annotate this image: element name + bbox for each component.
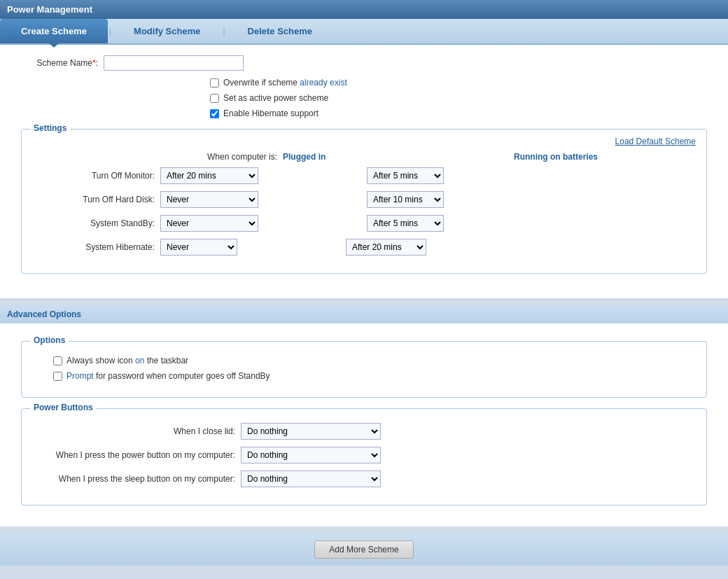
prompt-password-label: Prompt for password when computer goes o… (66, 371, 270, 381)
system-standby-battery-wrapper: Never After 1 min After 2 mins After 5 m… (367, 215, 444, 232)
close-lid-select[interactable]: Do nothing Standby Hibernate Shut down T… (241, 423, 381, 440)
show-icon-checkbox[interactable] (53, 356, 62, 365)
turn-off-hard-disk-battery-wrapper: Never After 1 min After 2 mins After 5 m… (367, 191, 444, 208)
system-standby-label: System StandBy: (32, 218, 155, 228)
tab-separator-2: | (221, 19, 226, 43)
hibernate-label: Enable Hibernate support (223, 109, 318, 118)
settings-header: When computer is: Plugged in Running on … (155, 152, 696, 162)
power-button-label: When I press the power button on my comp… (32, 450, 235, 460)
prompt-password-checkbox[interactable] (53, 372, 62, 381)
overwrite-checkbox[interactable] (210, 78, 219, 88)
options-title: Options (30, 335, 69, 345)
system-hibernate-battery-wrapper: Never After 1 min After 2 mins After 5 m… (346, 239, 426, 256)
active-scheme-checkbox[interactable] (210, 94, 219, 103)
turn-off-hard-disk-battery-select[interactable]: Never After 1 min After 2 mins After 5 m… (367, 191, 444, 208)
turn-off-hard-disk-label: Turn Off Hard Disk: (32, 195, 155, 204)
settings-section: Settings Load Default Scheme When comput… (21, 129, 707, 274)
hibernate-checkbox-row: Enable Hibernate support (210, 109, 714, 118)
turn-off-monitor-battery-wrapper: Never After 1 min After 2 mins After 5 m… (367, 167, 444, 184)
page-wrapper: Power Management Create Scheme | Modify … (0, 0, 728, 579)
advanced-options-bar: Advanced Options (0, 305, 728, 323)
tab-separator-1: | (108, 19, 113, 43)
scheme-name-label: Scheme Name*: (14, 58, 98, 68)
turn-off-monitor-label: Turn Off Monitor: (32, 171, 155, 181)
overwrite-checkbox-row: Overwrite if scheme already exist (210, 78, 714, 88)
system-standby-plugged-select[interactable]: Never After 1 min After 2 mins After 5 m… (160, 215, 258, 232)
system-hibernate-row: System Hibernate: Never After 1 min Afte… (32, 239, 696, 256)
bottom-bar: Add More Scheme (0, 533, 728, 566)
show-icon-row: Always show icon on the taskbar (53, 356, 696, 365)
advanced-content: Options Always show icon on the taskbar … (0, 323, 728, 526)
overwrite-label: Overwrite if scheme already exist (223, 78, 347, 88)
system-hibernate-label: System Hibernate: (32, 242, 155, 252)
sleep-button-select[interactable]: Do nothing Standby Hibernate Shut down T… (241, 470, 381, 487)
tab-modify[interactable]: Modify Scheme (113, 19, 221, 43)
system-standby-row: System StandBy: Never After 1 min After … (32, 215, 696, 232)
system-standby-battery-select[interactable]: Never After 1 min After 2 mins After 5 m… (367, 215, 444, 232)
turn-off-monitor-row: Turn Off Monitor: Never After 1 min Afte… (32, 167, 696, 184)
scheme-name-input[interactable] (104, 55, 244, 71)
plugged-in-header: Plugged in (283, 152, 409, 162)
show-icon-label: Always show icon on the taskbar (66, 356, 188, 365)
power-button-row: When I press the power button on my comp… (32, 447, 696, 463)
scheme-name-row: Scheme Name*: (14, 55, 714, 71)
turn-off-monitor-plugged-select[interactable]: Never After 1 min After 2 mins After 5 m… (160, 167, 258, 184)
battery-header: Running on batteries (514, 152, 640, 162)
close-lid-row: When I close lid: Do nothing Standby Hib… (32, 423, 696, 440)
required-indicator: * (92, 58, 96, 68)
add-more-scheme-button[interactable]: Add More Scheme (314, 540, 413, 559)
power-buttons-section: Power Buttons When I close lid: Do nothi… (21, 408, 707, 505)
hibernate-checkbox[interactable] (210, 109, 219, 118)
main-content: Scheme Name*: Overwrite if scheme alread… (0, 45, 728, 298)
tab-bar: Create Scheme | Modify Scheme | Delete S… (0, 19, 728, 45)
turn-off-monitor-battery-select[interactable]: Never After 1 min After 2 mins After 5 m… (367, 167, 444, 184)
tab-create[interactable]: Create Scheme (0, 19, 108, 43)
close-lid-label: When I close lid: (32, 426, 235, 436)
options-section: Options Always show icon on the taskbar … (21, 341, 707, 398)
load-default-link[interactable]: Load Default Scheme (32, 137, 696, 146)
turn-off-hard-disk-row: Turn Off Hard Disk: Never After 1 min Af… (32, 191, 696, 208)
power-buttons-title: Power Buttons (30, 403, 97, 412)
active-scheme-checkbox-row: Set as active power scheme (210, 93, 714, 103)
page-title: Power Management (7, 4, 92, 15)
power-button-select[interactable]: Do nothing Standby Hibernate Shut down T… (241, 447, 381, 463)
when-computer-is-label: When computer is: (155, 152, 277, 162)
system-hibernate-plugged-select[interactable]: Never After 1 min After 2 mins After 5 m… (160, 239, 237, 256)
prompt-password-row: Prompt for password when computer goes o… (53, 371, 696, 381)
tab-delete[interactable]: Delete Scheme (227, 19, 334, 43)
title-bar: Power Management (0, 0, 728, 19)
sleep-button-label: When I press the sleep button on my comp… (32, 474, 235, 484)
active-scheme-label: Set as active power scheme (223, 93, 328, 103)
settings-title: Settings (30, 123, 70, 133)
system-hibernate-battery-select[interactable]: Never After 1 min After 2 mins After 5 m… (346, 239, 426, 256)
turn-off-hard-disk-plugged-select[interactable]: Never After 1 min After 2 mins After 5 m… (160, 191, 258, 208)
sleep-button-row: When I press the sleep button on my comp… (32, 470, 696, 487)
